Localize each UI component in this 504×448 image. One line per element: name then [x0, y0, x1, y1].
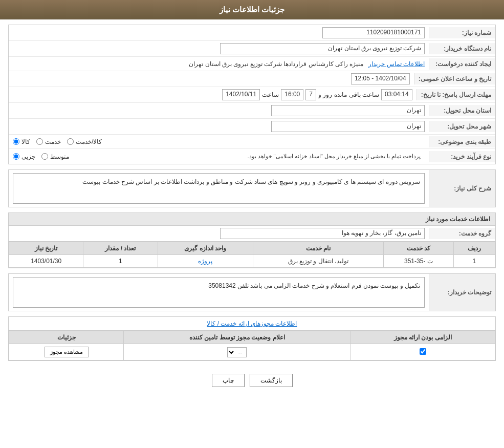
cell-date: 1403/01/30	[9, 255, 83, 268]
purchase-radio-motavasset: متوسط	[41, 153, 69, 160]
services-table: ردیف کد خدمت نام خدمت واحد اندازه گیری ت…	[9, 242, 495, 268]
requester-label: ایجاد کننده درخواست:	[429, 58, 495, 70]
requester-value: اطلاعات تماس خریدار منیژه راکی کارشناس ق…	[9, 58, 429, 70]
description-section: شرح کلی نیاز: سرویس دوره ای سیستم ها ی ک…	[8, 169, 496, 207]
permits-col-details: جزئیات	[9, 331, 124, 344]
deadline-remaining-label: ساعت باقی مانده	[334, 91, 379, 98]
back-button[interactable]: بازگشت	[250, 374, 293, 387]
service-group-value: تامین برق، گاز، بخار و تهویه هوا	[9, 226, 429, 241]
category-label: طبقه بندی موضوعی:	[429, 136, 495, 147]
contact-info-link[interactable]: اطلاعات تماس خریدار	[368, 60, 425, 68]
cell-code: ت -35-351	[383, 255, 453, 268]
category-radio-kala: کالا	[13, 138, 30, 145]
purchase-label-motavasset: متوسط	[50, 153, 69, 160]
category-label-kala-khedmat: کالا/خدمت	[76, 138, 102, 145]
page-title: جزئیات اطلاعات نیاز	[220, 5, 284, 14]
requester-row: ایجاد کننده درخواست: اطلاعات تماس خریدار…	[9, 57, 495, 71]
service-group-box: تامین برق، گاز، بخار و تهویه هوا	[220, 228, 425, 239]
province-row: استان محل تحویل: تهران	[9, 103, 495, 119]
announce-date-value: 1402/10/04 - 12:05	[9, 71, 414, 87]
view-permit-button[interactable]: مشاهده مجوز	[45, 347, 89, 357]
permit-required-cell	[350, 344, 495, 360]
buyer-row: نام دستگاه خریدار: شرکت توزیع نیروی برق …	[9, 41, 495, 57]
permits-table-header-row: الزامی بودن ارائه مجوز اعلام وضعیت مجوز …	[9, 331, 495, 344]
city-box: تهران	[271, 121, 425, 132]
page-header: جزئیات اطلاعات نیاز	[0, 0, 504, 19]
category-radio-khedmat-input[interactable]	[36, 138, 43, 145]
category-radio-kala-khedmat-input[interactable]	[67, 138, 74, 145]
buyer-value: شرکت توزیع نیروی برق استان تهران	[9, 41, 429, 56]
permit-required-checkbox[interactable]	[420, 348, 426, 355]
purchase-radio-jozei: جزیی	[13, 153, 35, 160]
category-label-khedmat: خدمت	[45, 138, 61, 145]
col-date: تاریخ نیاز	[9, 242, 83, 255]
province-value: تهران	[9, 103, 429, 118]
permit-details-cell: مشاهده مجوز	[9, 344, 124, 360]
deadline-time-box: 16:00	[281, 89, 303, 100]
cell-row: 1	[453, 255, 495, 268]
col-name: نام خدمت	[253, 242, 383, 255]
announce-date-row: تاریخ و ساعت اعلان عمومی: 1402/10/04 - 1…	[9, 71, 495, 87]
buyer-box: شرکت توزیع نیروی برق استان تهران	[220, 43, 425, 54]
deadline-days-box: 7	[305, 89, 316, 100]
col-row: ردیف	[453, 242, 495, 255]
services-section: اطلاعات خدمات مورد نیاز گروه خدمت: تامین…	[8, 212, 496, 268]
deadline-date-box: 1402/10/11	[222, 89, 260, 100]
deadline-time-label: ساعت	[262, 91, 279, 98]
buyer-notes-title: توضیحات خریدار:	[429, 274, 495, 311]
permits-link[interactable]: اطلاعات مجوزهای ارائه خدمت / کالا	[9, 317, 495, 331]
category-label-kala: کالا	[21, 138, 30, 145]
purchase-radio-jozei-input[interactable]	[13, 153, 19, 160]
deadline-remaining-box: 03:04:14	[381, 89, 412, 100]
cell-name: تولید، انتقال و توزیع برق	[253, 255, 383, 268]
service-group-label: گروه خدمت:	[429, 228, 495, 239]
buyer-notes-section: توضیحات خریدار: تکمیل و پیوست نمودن فرم …	[8, 273, 496, 311]
city-label: شهر محل تحویل:	[429, 121, 495, 132]
bottom-buttons: بازگشت چاپ	[8, 366, 496, 395]
service-group-row: گروه خدمت: تامین برق، گاز، بخار و تهویه …	[9, 226, 495, 242]
category-radio-kala-khedmat: کالا/خدمت	[67, 138, 102, 145]
city-value: تهران	[9, 119, 429, 134]
permit-status-select[interactable]: --	[227, 347, 247, 357]
province-box: تهران	[271, 105, 425, 116]
description-title: شرح کلی نیاز:	[429, 170, 495, 207]
col-qty: تعداد / مقدار	[83, 242, 158, 255]
services-table-header-row: ردیف کد خدمت نام خدمت واحد اندازه گیری ت…	[9, 242, 495, 255]
purchase-note: پرداخت تمام یا بخشی از مبلغ خریدار محل "…	[243, 151, 425, 162]
request-number-value: 1102090181000171	[9, 25, 429, 40]
permits-col-required: الزامی بودن ارائه مجوز	[350, 331, 495, 344]
deadline-value: 03:04:14 ساعت باقی مانده روز و 7 16:00 س…	[9, 87, 417, 102]
announce-date-box: 1402/10/04 - 12:05	[351, 73, 410, 84]
purchase-type-value: پرداخت تمام یا بخشی از مبلغ خریدار محل "…	[9, 149, 429, 164]
purchase-type-row: نوع فرآیند خرید: پرداخت تمام یا بخشی از …	[9, 149, 495, 164]
category-radio-kala-input[interactable]	[13, 138, 19, 145]
deadline-row: مهلت ارسال پاسخ: تا تاریخ: 03:04:14 ساعت…	[9, 87, 495, 103]
buyer-notes-content: تکمیل و پیوست نمودن فرم استعلام و شرح خد…	[13, 277, 425, 308]
col-code: کد خدمت	[383, 242, 453, 255]
requester-text: منیژه راکی کارشناس قراردادها شرکت توزیع …	[189, 60, 363, 68]
purchase-radio-motavasset-input[interactable]	[41, 153, 48, 160]
category-radio-khedmat: خدمت	[36, 138, 61, 145]
cell-qty: 1	[83, 255, 158, 268]
deadline-label: مهلت ارسال پاسخ: تا تاریخ:	[417, 89, 495, 100]
print-button[interactable]: چاپ	[212, 374, 245, 387]
permits-section: اطلاعات مجوزهای ارائه خدمت / کالا الزامی…	[8, 316, 496, 361]
permits-col-status: اعلام وضعیت مجوز توسط تامین کننده	[124, 331, 350, 344]
category-row: طبقه بندی موضوعی: کالا/خدمت خدمت کالا	[9, 135, 495, 149]
announce-date-label: تاریخ و ساعت اعلان عمومی:	[414, 73, 495, 84]
request-number-box: 1102090181000171	[322, 27, 425, 38]
cell-unit: پروژه	[158, 255, 253, 268]
purchase-type-label: نوع فرآیند خرید:	[429, 151, 495, 162]
services-title: اطلاعات خدمات مورد نیاز	[9, 213, 495, 226]
description-content: سرویس دوره ای سیستم ها ی کامپیوتری و روت…	[13, 173, 425, 204]
request-number-label: شماره نیاز:	[429, 27, 495, 38]
table-row: -- مشاهده مجوز	[9, 344, 495, 360]
permits-table: الزامی بودن ارائه مجوز اعلام وضعیت مجوز …	[9, 331, 495, 360]
permit-status-cell: --	[124, 344, 350, 360]
province-label: استان محل تحویل:	[429, 105, 495, 116]
category-value: کالا/خدمت خدمت کالا	[9, 136, 429, 147]
purchase-label-jozei: جزیی	[21, 153, 35, 160]
deadline-days-label: روز و	[318, 91, 332, 98]
buyer-label: نام دستگاه خریدار:	[429, 43, 495, 54]
info-section: شماره نیاز: 1102090181000171 نام دستگاه …	[8, 25, 496, 164]
